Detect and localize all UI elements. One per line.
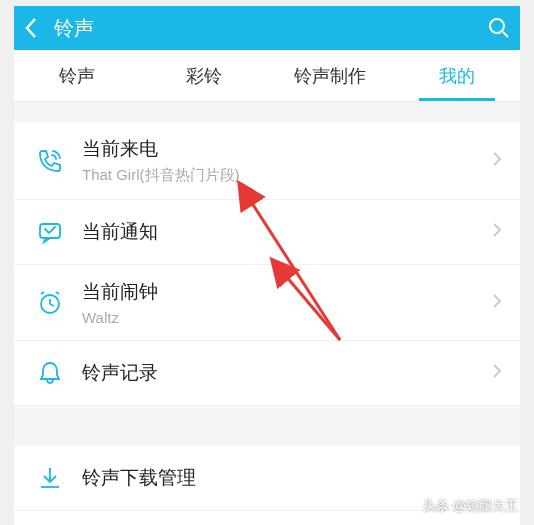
watermark: 头条 @短腿大王	[423, 497, 518, 515]
item-title: 当前闹钟	[82, 279, 492, 305]
item-notification[interactable]: 当前通知	[14, 200, 520, 265]
svg-line-7	[56, 292, 59, 294]
item-title: 铃声记录	[82, 360, 492, 386]
svg-line-5	[50, 304, 54, 306]
svg-line-1	[503, 32, 508, 37]
chevron-left-icon	[24, 17, 38, 39]
header: 铃声	[14, 6, 520, 50]
page-title: 铃声	[54, 15, 480, 42]
tab-ringtone[interactable]: 铃声	[14, 50, 141, 101]
tab-mine[interactable]: 我的	[394, 50, 521, 101]
clock-icon	[32, 285, 68, 321]
item-subtitle: That Girl(抖音热门片段)	[82, 166, 492, 185]
bell-icon	[32, 355, 68, 391]
search-icon	[488, 17, 510, 39]
item-subtitle: Waltz	[82, 309, 492, 326]
message-icon	[32, 214, 68, 250]
item-history[interactable]: 铃声记录	[14, 341, 520, 406]
back-button[interactable]	[24, 17, 54, 39]
item-incoming-call[interactable]: 当前来电 That Girl(抖音热门片段)	[14, 122, 520, 200]
svg-point-0	[490, 19, 504, 33]
download-icon	[32, 460, 68, 496]
tabs: 铃声 彩铃 铃声制作 我的	[14, 50, 520, 102]
item-title: 铃声下载管理	[82, 465, 502, 491]
tab-colortone[interactable]: 彩铃	[141, 50, 268, 101]
svg-line-6	[41, 292, 44, 294]
item-title: 当前来电	[82, 136, 492, 162]
chevron-right-icon	[492, 151, 502, 171]
chevron-right-icon	[492, 222, 502, 242]
phone-icon	[32, 143, 68, 179]
item-alarm[interactable]: 当前闹钟 Waltz	[14, 265, 520, 341]
tab-maker[interactable]: 铃声制作	[267, 50, 394, 101]
section-gap	[14, 102, 520, 122]
section-gap	[14, 406, 520, 446]
chevron-right-icon	[492, 293, 502, 313]
item-title: 当前通知	[82, 219, 492, 245]
search-button[interactable]	[480, 17, 510, 39]
chevron-right-icon	[492, 363, 502, 383]
